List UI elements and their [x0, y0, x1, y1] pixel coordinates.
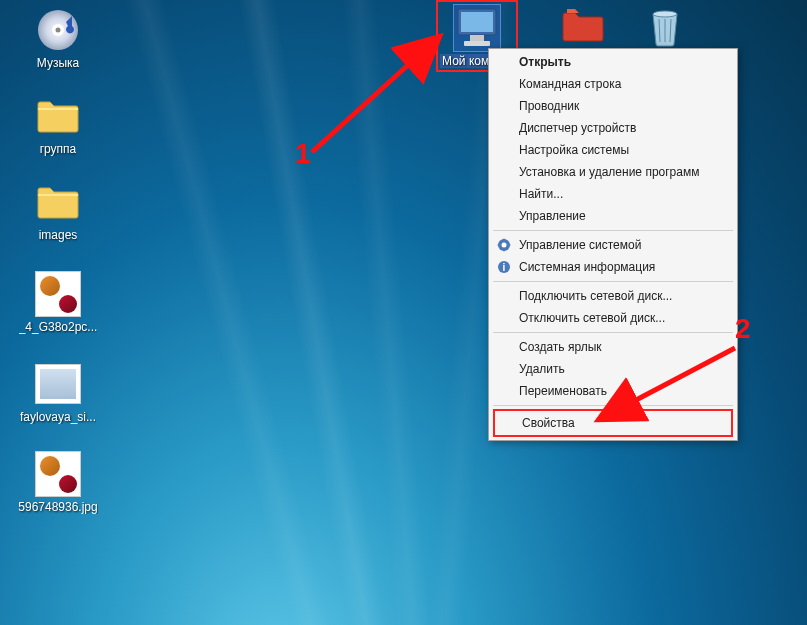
menu-separator: [493, 332, 733, 333]
menu-item-find[interactable]: Найти...: [491, 183, 735, 205]
gear-icon: [496, 237, 512, 253]
svg-text:i: i: [503, 262, 506, 273]
image-file-icon: [34, 450, 82, 498]
folder-icon: [34, 178, 82, 226]
image-file-icon: [34, 270, 82, 318]
svg-rect-5: [470, 35, 484, 41]
recycle-bin-icon: [641, 2, 689, 50]
folder-icon: [34, 92, 82, 140]
desktop-icon-label: images: [39, 228, 78, 242]
menu-item-rename[interactable]: Переименовать: [491, 380, 735, 402]
menu-item-sysinfo[interactable]: i Системная информация: [491, 256, 735, 278]
menu-item-open[interactable]: Открыть: [491, 51, 735, 73]
svg-point-7: [653, 11, 677, 17]
svg-point-12: [502, 243, 507, 248]
menu-item-delete[interactable]: Удалить: [491, 358, 735, 380]
desktop-icon-file1[interactable]: _4_G38o2pc...: [18, 270, 98, 334]
menu-item-devmgr[interactable]: Диспетчер устройств: [491, 117, 735, 139]
desktop-icon-file2[interactable]: faylovaya_si...: [18, 360, 98, 424]
desktop-icon-label: 596748936.jpg: [18, 500, 97, 514]
image-file-icon: [34, 360, 82, 408]
desktop-icon-label: _4_G38o2pc...: [19, 320, 98, 334]
desktop-icon-group[interactable]: группа: [18, 92, 98, 156]
menu-item-addremove[interactable]: Установка и удаление программ: [491, 161, 735, 183]
annotation-number: 2: [735, 313, 751, 345]
desktop-icon-label: Музыка: [37, 56, 79, 70]
desktop-icon-images[interactable]: images: [18, 178, 98, 242]
context-menu: Открыть Командная строка Проводник Диспе…: [488, 48, 738, 441]
info-icon: i: [496, 259, 512, 275]
menu-item-sysmanage[interactable]: Управление системой: [491, 234, 735, 256]
desktop-icon-label: faylovaya_si...: [20, 410, 96, 424]
folder-icon: [559, 2, 607, 50]
svg-rect-4: [461, 12, 493, 32]
desktop-icon-recycle[interactable]: [625, 2, 705, 52]
menu-item-manage[interactable]: Управление: [491, 205, 735, 227]
menu-item-mapdrive[interactable]: Подключить сетевой диск...: [491, 285, 735, 307]
annotation-number: 1: [295, 138, 311, 170]
menu-item-cmd[interactable]: Командная строка: [491, 73, 735, 95]
desktop-icon-label: группа: [40, 142, 77, 156]
menu-separator: [493, 405, 733, 406]
computer-icon: [453, 4, 501, 52]
menu-item-shortcut[interactable]: Создать ярлык: [491, 336, 735, 358]
menu-item-unmapdrive[interactable]: Отключить сетевой диск...: [491, 307, 735, 329]
desktop-icon-redfolder[interactable]: [543, 2, 623, 52]
menu-separator: [493, 230, 733, 231]
menu-separator: [493, 281, 733, 282]
menu-item-properties[interactable]: Свойства: [496, 412, 730, 434]
highlight-box: Свойства: [493, 409, 733, 437]
svg-point-2: [56, 28, 61, 33]
desktop-icon-file3[interactable]: 596748936.jpg: [18, 450, 98, 514]
svg-line-15: [312, 36, 440, 152]
menu-item-sysconfig[interactable]: Настройка системы: [491, 139, 735, 161]
menu-item-explorer[interactable]: Проводник: [491, 95, 735, 117]
svg-rect-6: [464, 41, 490, 46]
desktop-icon-music[interactable]: Музыка: [18, 6, 98, 70]
cd-icon: [34, 6, 82, 54]
